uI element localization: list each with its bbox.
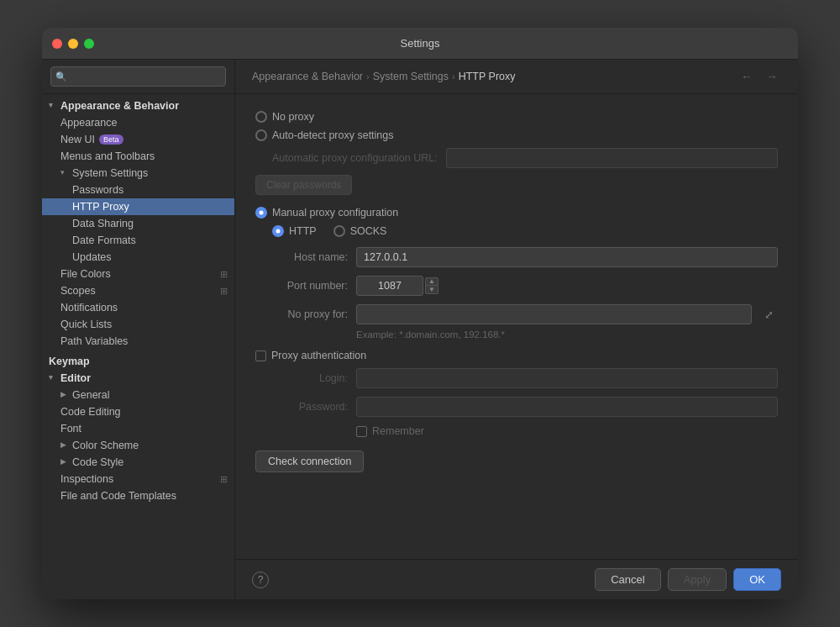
port-spinner: ▲ ▼ <box>425 277 438 294</box>
sidebar-item-updates[interactable]: Updates <box>42 249 234 266</box>
sidebar-item-code-style[interactable]: ▶ Code Style <box>42 454 234 471</box>
settings-icon: ⊞ <box>220 286 228 297</box>
auto-url-label: Automatic proxy configuration URL: <box>272 152 438 164</box>
http-label[interactable]: HTTP <box>289 225 317 237</box>
sidebar-item-http-proxy[interactable]: HTTP Proxy <box>42 198 234 215</box>
no-proxy-for-input[interactable] <box>356 304 752 324</box>
password-row: Password: <box>255 397 778 417</box>
proxy-auth-checkbox[interactable] <box>255 350 266 361</box>
chevron-right-icon: ▶ <box>60 457 71 467</box>
protocol-row: HTTP SOCKS <box>255 225 778 237</box>
search-icon: 🔍 <box>55 71 67 82</box>
breadcrumb-nav: ← → <box>738 68 781 85</box>
chevron-right-icon: ▶ <box>60 440 71 450</box>
sidebar-item-new-ui[interactable]: New UI Beta <box>42 131 234 148</box>
proxy-auth-row: Proxy authentication <box>255 350 778 361</box>
breadcrumb-sep2: › <box>452 71 455 82</box>
footer: ? Cancel Apply OK <box>235 559 798 599</box>
sidebar-item-file-code-templates[interactable]: File and Code Templates <box>42 487 234 504</box>
remember-label[interactable]: Remember <box>372 425 424 437</box>
port-input[interactable] <box>356 276 423 296</box>
sidebar-item-inspections[interactable]: Inspections ⊞ <box>42 471 234 487</box>
breadcrumb-part1: Appearance & Behavior <box>252 71 363 82</box>
no-proxy-row: No proxy <box>255 111 778 123</box>
port-wrap: ▲ ▼ <box>356 276 438 296</box>
main-content: 🔍 ▾ Appearance & Behavior Appearance New… <box>42 60 798 599</box>
sidebar-item-path-variables[interactable]: Path Variables <box>42 333 234 350</box>
login-row: Login: <box>255 368 778 388</box>
password-label: Password: <box>255 401 348 413</box>
port-down-button[interactable]: ▼ <box>425 286 438 294</box>
remember-checkbox[interactable] <box>356 426 367 437</box>
no-proxy-for-label: No proxy for: <box>255 308 348 320</box>
sidebar-item-keymap[interactable]: Keymap <box>42 353 234 370</box>
sidebar-item-appearance-behavior[interactable]: ▾ Appearance & Behavior <box>42 97 234 114</box>
ok-button[interactable]: OK <box>733 568 781 591</box>
titlebar: Settings <box>42 28 798 60</box>
login-label: Login: <box>255 372 348 384</box>
auto-detect-row: Auto-detect proxy settings <box>255 129 778 141</box>
socks-label[interactable]: SOCKS <box>350 225 387 237</box>
manual-proxy-radio[interactable] <box>255 207 267 219</box>
sidebar-item-color-scheme[interactable]: ▶ Color Scheme <box>42 437 234 454</box>
cancel-button[interactable]: Cancel <box>595 568 660 591</box>
traffic-lights <box>52 39 94 49</box>
minimize-button[interactable] <box>68 39 78 49</box>
sidebar-item-editor[interactable]: ▾ Editor <box>42 370 234 387</box>
auto-detect-radio[interactable] <box>255 129 267 141</box>
no-proxy-radio[interactable] <box>255 111 267 123</box>
auto-url-input[interactable] <box>446 148 778 168</box>
sidebar-item-passwords[interactable]: Passwords <box>42 182 234 198</box>
check-connection-button[interactable]: Check connection <box>255 450 364 472</box>
close-button[interactable] <box>52 39 62 49</box>
forward-arrow[interactable]: → <box>763 68 781 85</box>
help-button[interactable]: ? <box>252 572 269 588</box>
auto-detect-label[interactable]: Auto-detect proxy settings <box>272 129 394 141</box>
socks-option: SOCKS <box>333 225 387 237</box>
example-text: Example: *.domain.com, 192.168.* <box>255 329 778 340</box>
search-wrap: 🔍 <box>50 66 226 87</box>
no-proxy-label[interactable]: No proxy <box>272 111 314 123</box>
sidebar-item-general[interactable]: ▶ General <box>42 387 234 403</box>
clear-passwords-button[interactable]: Clear passwords <box>255 175 352 195</box>
socks-radio[interactable] <box>333 225 345 237</box>
sidebar-item-menus-toolbars[interactable]: Menus and Toolbars <box>42 148 234 165</box>
sidebar-item-appearance[interactable]: Appearance <box>42 114 234 131</box>
expand-icon[interactable]: ⤢ <box>760 307 778 323</box>
remember-row: Remember <box>255 425 778 437</box>
maximize-button[interactable] <box>84 39 94 49</box>
port-up-button[interactable]: ▲ <box>425 277 438 286</box>
apply-button[interactable]: Apply <box>668 568 727 591</box>
window-title: Settings <box>401 37 440 50</box>
manual-proxy-label[interactable]: Manual proxy configuration <box>272 207 398 219</box>
port-label: Port number: <box>255 280 348 292</box>
sidebar-item-code-editing[interactable]: Code Editing <box>42 403 234 420</box>
host-name-row: Host name: <box>255 247 778 267</box>
http-radio[interactable] <box>272 225 284 237</box>
sidebar-item-data-sharing[interactable]: Data Sharing <box>42 215 234 232</box>
back-arrow[interactable]: ← <box>738 68 756 85</box>
sidebar-item-quick-lists[interactable]: Quick Lists <box>42 316 234 333</box>
proxy-auth-label[interactable]: Proxy authentication <box>271 350 366 361</box>
sidebar: 🔍 ▾ Appearance & Behavior Appearance New… <box>42 60 235 599</box>
search-input[interactable] <box>50 66 226 87</box>
sidebar-item-notifications[interactable]: Notifications <box>42 299 234 316</box>
sidebar-item-date-formats[interactable]: Date Formats <box>42 232 234 249</box>
sidebar-item-file-colors[interactable]: File Colors ⊞ <box>42 266 234 282</box>
chevron-down-icon: ▾ <box>49 373 59 383</box>
auto-url-row: Automatic proxy configuration URL: <box>255 148 778 168</box>
clear-passwords-container: Clear passwords <box>255 175 778 195</box>
settings-icon: ⊞ <box>220 474 228 485</box>
host-name-label: Host name: <box>255 251 348 263</box>
sidebar-item-font[interactable]: Font <box>42 420 234 437</box>
search-container: 🔍 <box>42 60 234 94</box>
host-name-input[interactable] <box>356 247 778 267</box>
chevron-down-icon: ▾ <box>60 168 71 178</box>
breadcrumb: Appearance & Behavior › System Settings … <box>235 60 798 94</box>
no-proxy-for-row: No proxy for: ⤢ <box>255 304 778 324</box>
settings-body: No proxy Auto-detect proxy settings Auto… <box>235 94 798 559</box>
sidebar-item-system-settings[interactable]: ▾ System Settings <box>42 165 234 182</box>
login-input[interactable] <box>356 368 778 388</box>
sidebar-item-scopes[interactable]: Scopes ⊞ <box>42 282 234 299</box>
password-input[interactable] <box>356 397 778 417</box>
